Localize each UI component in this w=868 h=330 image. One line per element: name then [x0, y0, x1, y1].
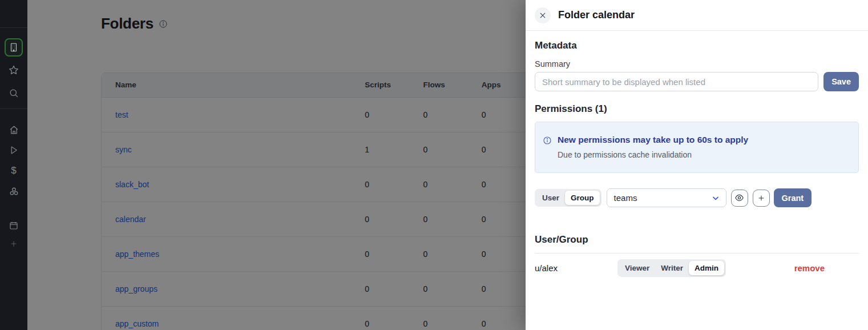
toggle-group[interactable]: Group: [565, 191, 600, 205]
metadata-heading: Metadata: [535, 40, 859, 51]
banner-title: New permissions may take up to 60s to ap…: [558, 135, 748, 145]
sidebar: $: [0, 0, 27, 330]
dollar-icon: $: [11, 165, 16, 176]
folder-drawer: Folder calendar Metadata Summary Save Pe…: [526, 0, 868, 330]
grant-controls: User Group teams: [535, 188, 859, 207]
play-icon: [9, 145, 19, 155]
sidebar-item-folders[interactable]: [5, 38, 23, 57]
calendar-icon: [9, 220, 19, 231]
cluster-icon: [9, 186, 19, 197]
role-admin[interactable]: Admin: [689, 261, 724, 275]
sidebar-item-schedules[interactable]: [0, 218, 27, 234]
grant-button[interactable]: Grant: [774, 188, 812, 207]
sidebar-item-favorites[interactable]: [0, 62, 27, 78]
close-icon: [539, 11, 547, 19]
permission-entry-row: u/alex Viewer Writer Admin remove: [535, 253, 859, 277]
drawer-header: Folder calendar: [526, 0, 868, 31]
banner-subtitle: Due to permissions cache invalidation: [558, 150, 748, 159]
home-icon: [9, 124, 19, 135]
entry-name: u/alex: [535, 263, 617, 273]
plus-icon: [757, 194, 766, 203]
plus-icon: [9, 239, 18, 248]
sidebar-item-resources[interactable]: [0, 183, 27, 199]
close-button[interactable]: [535, 7, 551, 23]
sidebar-item-variables[interactable]: $: [0, 163, 27, 179]
user-group-heading: User/Group: [535, 234, 859, 246]
eye-icon: [734, 193, 744, 203]
sidebar-item-runs[interactable]: [0, 142, 27, 158]
sidebar-item-add[interactable]: [0, 236, 27, 252]
sidebar-item-home[interactable]: [0, 122, 27, 138]
role-writer[interactable]: Writer: [655, 261, 689, 275]
building-icon: [9, 42, 19, 53]
drawer-title: Folder calendar: [558, 9, 635, 21]
star-icon: [8, 65, 19, 76]
windmill-logo-icon[interactable]: [0, 6, 27, 22]
group-select[interactable]: teams: [607, 188, 726, 207]
info-icon: [543, 136, 552, 145]
app-window: $ Folders: [0, 0, 868, 330]
drawer-backdrop[interactable]: [27, 0, 526, 330]
role-toggle: Viewer Writer Admin: [617, 259, 726, 277]
user-group-toggle: User Group: [535, 189, 601, 207]
group-select-value: teams: [614, 193, 711, 203]
summary-label: Summary: [535, 59, 859, 69]
save-button[interactable]: Save: [823, 72, 859, 91]
add-permission-button[interactable]: [753, 190, 770, 207]
preview-permissions-button[interactable]: [731, 190, 748, 207]
sidebar-item-search[interactable]: [0, 85, 27, 101]
summary-input[interactable]: [535, 72, 818, 91]
chevron-down-icon: [711, 194, 720, 203]
remove-button[interactable]: remove: [794, 263, 825, 273]
permissions-heading: Permissions (1): [535, 103, 859, 115]
role-viewer[interactable]: Viewer: [619, 261, 655, 275]
permissions-info-banner: New permissions may take up to 60s to ap…: [535, 122, 859, 173]
search-icon: [9, 88, 19, 99]
toggle-user[interactable]: User: [536, 191, 565, 205]
